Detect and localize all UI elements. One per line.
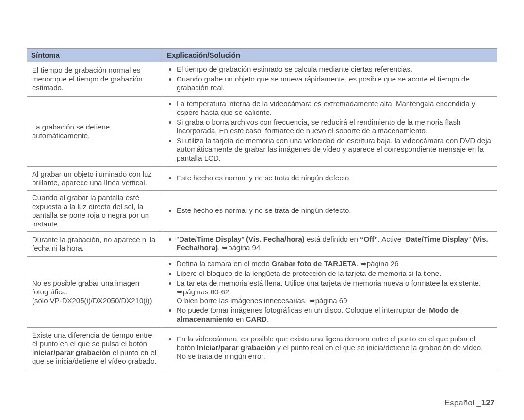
table-row: Cuando al grabar la pantalla esté expues…	[27, 191, 497, 232]
explanation-item: Si graba o borra archivos con frecuencia…	[177, 118, 492, 135]
symptom-cell: Existe una diferencia de tiempo entre el…	[27, 328, 163, 369]
explanation-item: Defina la cámara en el modo Grabar foto …	[177, 259, 492, 268]
table-row: Durante la grabación, no aparece ni la f…	[27, 232, 497, 257]
explanation-list: Defina la cámara en el modo Grabar foto …	[168, 259, 492, 323]
explanation-item: Este hecho es normal y no se trata de ni…	[177, 206, 492, 215]
footer-divider: _	[476, 398, 481, 407]
explanation-item: En la videocámara, es posible que exista…	[177, 335, 492, 361]
explanation-list: La temperatura interna de la videocámara…	[168, 99, 492, 162]
symptom-cell: No es posible grabar una imagen fotográf…	[27, 257, 163, 328]
explanation-cell: En la videocámara, es posible que exista…	[163, 328, 497, 369]
symptom-cell: La grabación se detiene automáticamente.	[27, 97, 163, 167]
explanation-cell: Defina la cámara en el modo Grabar foto …	[163, 257, 497, 328]
troubleshooting-table: Síntoma Explicación/Solución El tiempo d…	[27, 48, 497, 369]
explanation-cell: El tiempo de grabación estimado se calcu…	[163, 62, 497, 97]
table-row: No es posible grabar una imagen fotográf…	[27, 257, 497, 328]
explanation-item: La temperatura interna de la videocámara…	[177, 99, 492, 117]
explanation-item: El tiempo de grabación estimado se calcu…	[177, 65, 492, 74]
symptom-cell: Durante la grabación, no aparece ni la f…	[27, 232, 163, 257]
table-row: La grabación se detiene automáticamente.…	[27, 97, 497, 167]
explanation-cell: La temperatura interna de la videocámara…	[163, 97, 497, 167]
explanation-list: Este hecho es normal y no se trata de ni…	[168, 206, 492, 215]
explanation-item: “Date/Time Display” (Vis. Fecha/hora) es…	[177, 235, 492, 252]
explanation-list: “Date/Time Display” (Vis. Fecha/hora) es…	[168, 235, 492, 252]
table-row: El tiempo de grabación normal es menor q…	[27, 62, 497, 97]
explanation-item: Libere el bloqueo de la lengüeta de prot…	[177, 269, 492, 278]
symptom-cell: Al grabar un objeto iluminado con luz br…	[27, 167, 163, 191]
page-footer: Español _127	[444, 398, 495, 408]
page-container: Síntoma Explicación/Solución El tiempo d…	[0, 0, 524, 420]
symptom-cell: El tiempo de grabación normal es menor q…	[27, 62, 163, 97]
table-row: Existe una diferencia de tiempo entre el…	[27, 328, 497, 369]
table-header-row: Síntoma Explicación/Solución	[27, 49, 497, 62]
explanation-item: Si utiliza la tarjeta de memoria con una…	[177, 136, 492, 162]
explanation-list: En la videocámara, es posible que exista…	[168, 335, 492, 361]
explanation-list: Este hecho es normal y no se trata de ni…	[168, 174, 492, 182]
table-body: El tiempo de grabación normal es menor q…	[27, 62, 497, 369]
explanation-item: Este hecho es normal y no se trata de ni…	[177, 174, 492, 182]
explanation-cell: “Date/Time Display” (Vis. Fecha/hora) es…	[163, 232, 497, 257]
explanation-item: No puede tomar imágenes fotográficas en …	[177, 306, 492, 323]
explanation-cell: Este hecho es normal y no se trata de ni…	[163, 191, 497, 232]
explanation-list: El tiempo de grabación estimado se calcu…	[168, 65, 492, 92]
explanation-item: Cuando grabe un objeto que se mueva rápi…	[177, 75, 492, 92]
header-explanation: Explicación/Solución	[163, 49, 497, 62]
symptom-cell: Cuando al grabar la pantalla esté expues…	[27, 191, 163, 232]
footer-page-number: 127	[481, 398, 495, 407]
footer-language: Español	[444, 398, 476, 407]
explanation-item: La tarjeta de memoria está llena. Utilic…	[177, 279, 492, 305]
header-symptom: Síntoma	[27, 49, 163, 62]
table-row: Al grabar un objeto iluminado con luz br…	[27, 167, 497, 191]
explanation-cell: Este hecho es normal y no se trata de ni…	[163, 167, 497, 191]
